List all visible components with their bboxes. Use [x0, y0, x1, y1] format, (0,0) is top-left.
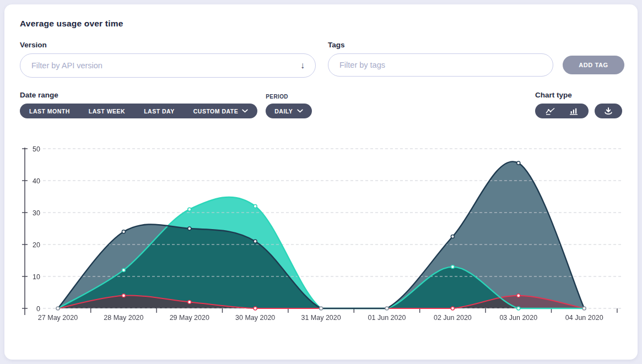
zero-point[interactable]: [320, 307, 323, 310]
bar-chart-button[interactable]: [565, 104, 582, 118]
line-chart-icon: [546, 107, 555, 115]
chart-type-label: Chart type: [535, 91, 622, 99]
zero-point[interactable]: [56, 307, 60, 310]
usage-chart: 0102030405027 May 202028 May 202029 May …: [20, 141, 622, 324]
series-dark-point[interactable]: [253, 240, 257, 243]
series-red-point[interactable]: [188, 300, 191, 303]
period-select[interactable]: DAILY: [266, 104, 312, 118]
version-label: Version: [20, 41, 316, 49]
y-tick-label: 30: [33, 209, 40, 217]
series-dark-point[interactable]: [451, 235, 454, 238]
date-range-custom-date-button[interactable]: CUSTOM DATE: [184, 104, 258, 118]
page-background: Average usage over time Version ↓ Tags A…: [0, 0, 642, 364]
series-teal-point[interactable]: [517, 307, 520, 310]
series-red-point[interactable]: [253, 307, 257, 310]
usage-panel: Average usage over time Version ↓ Tags A…: [4, 4, 638, 360]
x-tick-label: 29 May 2020: [170, 314, 209, 322]
y-tick-label: 0: [36, 305, 40, 313]
period-value: DAILY: [274, 108, 293, 115]
x-tick-label: 31 May 2020: [301, 314, 341, 322]
y-tick-label: 40: [33, 177, 40, 185]
period-label: PERIOD: [266, 94, 312, 100]
add-tag-button[interactable]: ADD TAG: [563, 56, 624, 74]
bar-chart-icon: [569, 107, 578, 115]
y-tick-label: 50: [33, 145, 40, 153]
series-dark-point[interactable]: [517, 161, 520, 165]
tags-label: Tags: [328, 41, 624, 49]
date-range-option-label: LAST WEEK: [89, 108, 125, 115]
x-tick-label: 01 Jun 2020: [368, 314, 406, 322]
x-tick-label: 28 May 2020: [104, 314, 143, 322]
zero-point[interactable]: [582, 307, 586, 310]
version-input[interactable]: [20, 53, 316, 78]
filters-row: Version ↓ Tags ADD TAG: [20, 41, 622, 78]
date-range-last-week-button[interactable]: LAST WEEK: [79, 104, 134, 118]
x-tick-label: 04 Jun 2020: [565, 314, 603, 322]
series-teal-point[interactable]: [188, 208, 191, 211]
x-tick-label: 02 Jun 2020: [434, 314, 472, 322]
series-teal-point[interactable]: [253, 204, 257, 208]
date-range-last-month-button[interactable]: LAST MONTH: [20, 104, 79, 118]
x-tick-label: 03 Jun 2020: [499, 314, 537, 322]
date-range-option-label: LAST DAY: [144, 108, 175, 115]
tags-field: [328, 53, 553, 77]
series-red-point[interactable]: [122, 294, 125, 297]
date-range-option-label: LAST MONTH: [29, 108, 70, 115]
x-tick-label: 27 May 2020: [38, 314, 78, 322]
controls-row: Date range LAST MONTHLAST WEEKLAST DAYCU…: [20, 91, 622, 118]
page-title: Average usage over time: [20, 19, 622, 29]
version-select: ↓: [20, 53, 316, 78]
date-range-last-day-button[interactable]: LAST DAY: [134, 104, 184, 118]
chart-area: 0102030405027 May 202028 May 202029 May …: [20, 141, 622, 324]
date-range-label: Date range: [20, 91, 257, 99]
tags-input[interactable]: [328, 53, 553, 77]
series-teal-point[interactable]: [451, 265, 454, 269]
series-dark-point[interactable]: [122, 230, 125, 233]
series-dark-point[interactable]: [188, 227, 191, 230]
date-range-group: LAST MONTHLAST WEEKLAST DAYCUSTOM DATE: [20, 104, 257, 118]
chart-type-group: [535, 104, 589, 118]
series-red-point[interactable]: [517, 294, 520, 297]
chevron-down-icon: [242, 109, 248, 113]
x-tick-label: 30 May 2020: [235, 314, 275, 322]
download-button[interactable]: [600, 104, 617, 118]
chevron-down-icon: [297, 109, 303, 113]
y-tick-label: 10: [33, 273, 40, 281]
series-teal-point[interactable]: [122, 268, 125, 271]
series-red-point[interactable]: [451, 307, 454, 310]
zero-point[interactable]: [385, 307, 389, 310]
y-tick-label: 20: [33, 241, 40, 249]
line-chart-button[interactable]: [541, 104, 560, 118]
date-range-option-label: CUSTOM DATE: [193, 108, 239, 115]
download-icon: [604, 107, 613, 115]
